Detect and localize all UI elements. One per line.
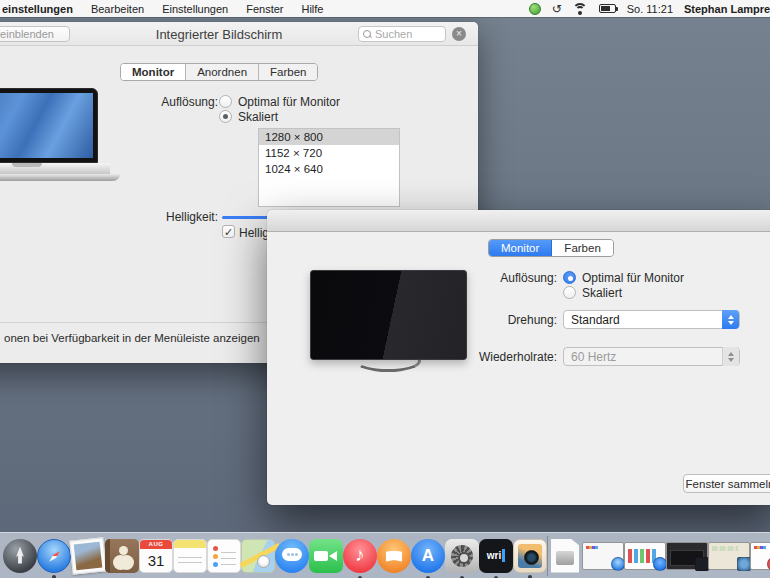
radio-optimal[interactable]: [219, 95, 232, 108]
minimized-safari-window[interactable]: [582, 542, 624, 570]
list-item[interactable]: 1024 × 640: [259, 161, 399, 177]
rotation-value: Standard: [571, 313, 620, 327]
rotation-label: Drehung:: [417, 313, 557, 327]
external-display-window: Monitor Farben Auflösung: Optimal für Mo…: [267, 210, 770, 505]
refresh-rate-value: 60 Hertz: [571, 350, 616, 364]
ibooks-icon[interactable]: [377, 539, 411, 573]
tab-monitor[interactable]: Monitor: [489, 240, 552, 256]
tab-anordnen[interactable]: Anordnen: [186, 64, 259, 80]
menu-user[interactable]: Stephan Lamprec: [684, 3, 770, 15]
radio-optimal[interactable]: [563, 271, 576, 284]
calendar-day: 31: [140, 549, 172, 572]
menu-hilfe[interactable]: Hilfe: [301, 3, 323, 15]
search-placeholder: Suchen: [375, 28, 412, 40]
facetime-icon[interactable]: [309, 539, 343, 573]
minimized-photos-window[interactable]: [708, 542, 750, 570]
safari-icon[interactable]: [37, 539, 71, 573]
stepper-icon: [722, 310, 739, 329]
rotation-select[interactable]: Standard: [563, 310, 740, 329]
tab-monitor[interactable]: Monitor: [121, 64, 186, 80]
app-store-icon[interactable]: A: [411, 539, 445, 573]
time-machine-icon[interactable]: ↺: [552, 3, 562, 15]
mail-icon[interactable]: [69, 537, 106, 574]
itunes-icon[interactable]: ♪: [343, 539, 377, 573]
reminders-icon[interactable]: [207, 539, 241, 573]
messages-icon[interactable]: [275, 539, 309, 573]
refresh-rate-select: 60 Hertz: [563, 347, 740, 366]
radio-optimal-label[interactable]: Optimal für Monitor: [238, 95, 340, 109]
window2-titlebar[interactable]: [267, 210, 770, 232]
radio-skaliert-label[interactable]: Skaliert: [238, 110, 278, 124]
resolution-label: Auflösung:: [60, 95, 218, 109]
menu-bar: einstellungen Bearbeiten Einstellungen F…: [0, 0, 770, 17]
dock-separator: [547, 536, 548, 576]
search-icon: [363, 30, 372, 39]
list-item[interactable]: 1280 × 800: [259, 129, 399, 145]
notes-icon[interactable]: [173, 539, 207, 573]
dock: AUG 31 ♪ A wri: [0, 532, 770, 578]
minimized-window-cut[interactable]: [750, 542, 770, 570]
wifi-icon[interactable]: [573, 3, 588, 14]
battery-icon[interactable]: [599, 4, 616, 13]
list-item[interactable]: 1152 × 720: [259, 145, 399, 161]
menu-bearbeiten[interactable]: Bearbeiten: [91, 3, 144, 15]
brightness-slider[interactable]: [222, 216, 272, 219]
search-input[interactable]: Suchen: [358, 26, 446, 42]
menu-app[interactable]: einstellungen: [2, 3, 73, 15]
tab-farben[interactable]: Farben: [552, 240, 612, 256]
resolution-label: Auflösung:: [417, 271, 557, 285]
system-preferences-icon[interactable]: [445, 539, 479, 573]
gather-windows-button[interactable]: Fenster sammeln: [683, 474, 770, 493]
brightness-label: Helligkeit:: [60, 210, 218, 224]
window1-toolbar: lle einblenden Integrierter Bildschirm S…: [0, 22, 478, 46]
stepper-icon: [722, 347, 739, 366]
resolution-list: 1280 × 800 1152 × 720 1024 × 640: [258, 128, 400, 207]
window2-tab-bar: Monitor Farben: [488, 239, 614, 257]
radio-skaliert-label[interactable]: Skaliert: [582, 286, 622, 300]
close-icon[interactable]: ×: [452, 27, 466, 41]
radio-optimal-label[interactable]: Optimal für Monitor: [582, 271, 684, 285]
writer-label: wri: [487, 550, 501, 561]
menu-fenster[interactable]: Fenster: [246, 3, 283, 15]
tab-farben[interactable]: Farben: [259, 64, 317, 80]
minimized-app-store-window[interactable]: [624, 542, 666, 570]
menu-clock[interactable]: So. 11:21: [627, 3, 673, 15]
disk-image-file-icon[interactable]: [551, 539, 579, 573]
maps-icon[interactable]: [241, 539, 275, 573]
window1-tab-bar: Monitor Anordnen Farben: [120, 63, 318, 81]
iphoto-icon[interactable]: [513, 539, 547, 573]
menu-items: einstellungen Bearbeiten Einstellungen F…: [0, 3, 324, 15]
calendar-icon[interactable]: AUG 31: [139, 539, 173, 573]
brightness-checkbox[interactable]: ✓: [222, 225, 235, 238]
writer-icon[interactable]: wri: [479, 539, 513, 573]
refresh-rate-label: Wiederholrate:: [417, 350, 557, 364]
mirror-checkbox-label[interactable]: onen bei Verfügbarkeit in der Menüleiste…: [4, 332, 260, 344]
menu-einstellungen[interactable]: Einstellungen: [162, 3, 228, 15]
launchpad-icon[interactable]: [3, 539, 37, 573]
radio-skaliert[interactable]: [563, 286, 576, 299]
green-app-icon[interactable]: [529, 3, 541, 15]
radio-skaliert[interactable]: [219, 110, 232, 123]
calendar-month: AUG: [140, 540, 172, 549]
contacts-icon[interactable]: [105, 539, 139, 573]
minimized-dark-window[interactable]: [666, 542, 708, 570]
